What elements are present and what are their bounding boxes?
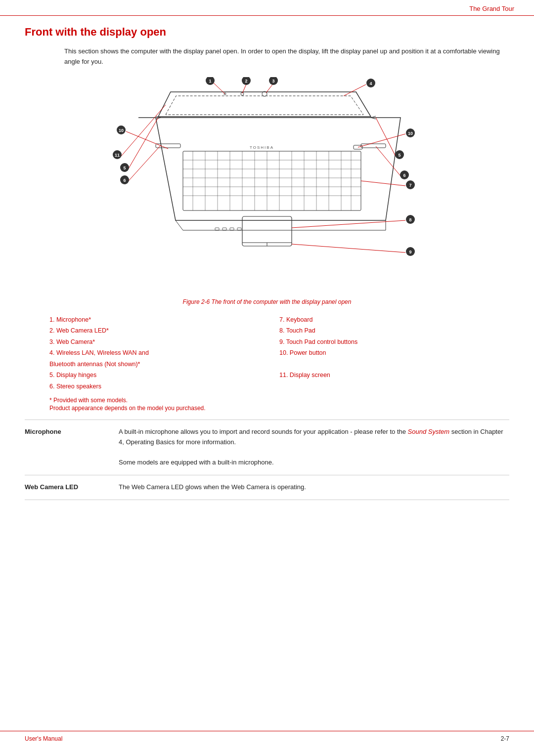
- list-item: 11. Display screen: [279, 370, 509, 381]
- svg-rect-25: [361, 144, 386, 148]
- table-row: Web Camera LED The Web Camera LED glows …: [25, 475, 509, 500]
- svg-text:5: 5: [123, 166, 126, 170]
- footer-right-label: 2-7: [501, 735, 509, 742]
- svg-line-42: [292, 244, 405, 252]
- svg-line-43: [358, 134, 405, 147]
- diagram-container: TOSHIBA: [25, 77, 509, 294]
- sound-system-link: Sound System: [408, 428, 450, 435]
- svg-rect-30: [222, 228, 226, 230]
- svg-text:8: 8: [409, 217, 411, 222]
- list-item: 4. Wireless LAN, Wireless WAN andBluetoo…: [49, 347, 279, 370]
- section-heading: Front with the display open: [25, 26, 509, 39]
- list-item: 6. Stereo speakers: [49, 381, 279, 392]
- svg-line-73: [126, 131, 168, 149]
- page-header: The Grand Tour: [0, 0, 534, 16]
- svg-text:7: 7: [409, 183, 411, 188]
- svg-text:11: 11: [115, 153, 120, 158]
- list-item: [279, 359, 509, 370]
- svg-rect-32: [237, 228, 241, 230]
- list-item: 10. Power button: [279, 347, 509, 359]
- svg-text:6: 6: [403, 173, 405, 178]
- svg-line-38: [376, 118, 396, 156]
- term-web-camera-led: Web Camera LED: [25, 475, 114, 500]
- desc-web-camera-led: The Web Camera LED glows when the Web Ca…: [114, 475, 509, 500]
- main-content: Front with the display open This section…: [0, 16, 534, 515]
- list-item: 8. Touch Pad: [279, 325, 509, 336]
- svg-line-39: [376, 146, 400, 176]
- footnote1: * Provided with some models.: [49, 397, 509, 404]
- svg-line-46: [129, 145, 161, 181]
- list-item: 1. Microphone*: [49, 314, 279, 326]
- svg-line-40: [361, 181, 405, 186]
- footnote2: Product appearance depends on the model …: [49, 405, 509, 412]
- svg-text:9: 9: [409, 250, 411, 254]
- header-title: The Grand Tour: [469, 5, 514, 12]
- svg-text:TOSHIBA: TOSHIBA: [250, 145, 274, 150]
- svg-text:10: 10: [119, 128, 124, 133]
- svg-line-41: [292, 220, 405, 228]
- diagram-caption: Figure 2-6 The front of the computer wit…: [25, 298, 509, 305]
- list-item: 7. Keyboard: [279, 314, 509, 326]
- list-item: 9. Touch Pad control buttons: [279, 336, 509, 348]
- page-footer: User's Manual 2-7: [0, 731, 534, 746]
- svg-line-44: [121, 105, 166, 156]
- footer-left-label: User's Manual: [25, 735, 62, 742]
- svg-line-37: [344, 84, 366, 96]
- svg-rect-24: [156, 144, 180, 148]
- parts-list-container: 1. Microphone* 2. Web Camera LED* 3. Web…: [49, 314, 509, 392]
- diagram-svg: TOSHIBA: [79, 77, 455, 294]
- table-row: Microphone A built-in microphone allows …: [25, 420, 509, 475]
- svg-rect-20: [242, 216, 292, 246]
- svg-text:6: 6: [123, 178, 126, 183]
- page-container: The Grand Tour Front with the display op…: [0, 0, 534, 756]
- detail-table: Microphone A built-in microphone allows …: [25, 420, 509, 500]
- svg-text:10: 10: [408, 131, 413, 136]
- svg-text:3: 3: [272, 79, 274, 84]
- svg-text:2: 2: [245, 79, 247, 84]
- svg-rect-31: [230, 228, 234, 230]
- intro-text: This section shows the computer with the…: [64, 46, 509, 67]
- list-item: 5. Display hinges: [49, 370, 279, 381]
- term-microphone: Microphone: [25, 420, 114, 475]
- svg-text:5: 5: [398, 153, 400, 158]
- list-item: 2. Web Camera LED*: [49, 325, 279, 336]
- svg-rect-29: [215, 228, 219, 230]
- list-item: 3. Web Camera*: [49, 336, 279, 348]
- svg-text:1: 1: [209, 79, 211, 84]
- parts-list-col1: 1. Microphone* 2. Web Camera LED* 3. Web…: [49, 314, 279, 392]
- parts-list-col2: 7. Keyboard 8. Touch Pad 9. Touch Pad co…: [279, 314, 509, 392]
- desc-microphone: A built-in microphone allows you to impo…: [114, 420, 509, 475]
- svg-text:4: 4: [369, 81, 372, 86]
